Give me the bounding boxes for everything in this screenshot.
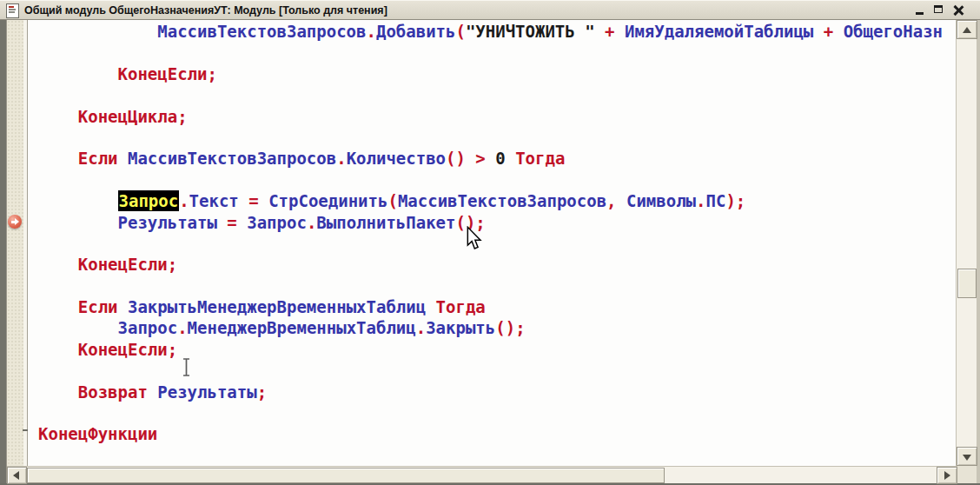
horizontal-scroll-thumb[interactable] xyxy=(27,468,665,483)
scrollbar-corner xyxy=(957,466,977,483)
code-line: КонецФункции xyxy=(38,423,956,444)
code-line xyxy=(38,402,956,423)
maximize-icon xyxy=(934,5,943,13)
arrow-left-icon xyxy=(13,471,19,480)
scroll-right-button[interactable] xyxy=(937,467,957,484)
arrow-up-icon xyxy=(963,27,971,33)
arrow-right-icon xyxy=(944,471,950,480)
code-line xyxy=(38,42,956,63)
highlighted-word: Запрос xyxy=(118,190,180,211)
scroll-left-button[interactable] xyxy=(7,467,27,484)
text-caret-icon xyxy=(181,357,192,377)
code-line xyxy=(38,360,956,381)
minimize-button[interactable] xyxy=(912,3,928,17)
code-line: КонецЦикла; xyxy=(38,106,956,127)
code-line: КонецЕсли; xyxy=(38,339,956,360)
vertical-scroll-thumb[interactable] xyxy=(957,269,977,298)
code-line: Запрос.МенеджерВременныхТаблиц.Закрыть()… xyxy=(38,317,956,338)
code-line: Если МассивТекстовЗапросов.Количество() … xyxy=(38,148,956,169)
module-document-icon xyxy=(6,3,19,18)
code-line: КонецЕсли; xyxy=(38,254,956,275)
window-title: Общий модуль ОбщегоНазначенияУТ: Модуль … xyxy=(24,4,387,17)
mouse-cursor-icon xyxy=(466,226,483,250)
code-line: КонецЕсли; xyxy=(38,63,956,84)
horizontal-scrollbar[interactable] xyxy=(7,466,957,483)
code-editor[interactable]: МассивТекстовЗапросов.Добавить("УНИЧТОЖИ… xyxy=(28,20,956,466)
arrow-down-icon xyxy=(963,455,971,461)
window-frame-left xyxy=(0,20,7,485)
titlebar[interactable]: Общий модуль ОбщегоНазначенияУТ: Модуль … xyxy=(0,0,980,20)
maximize-button[interactable] xyxy=(931,3,947,17)
code-line xyxy=(38,276,956,296)
code-line xyxy=(38,84,956,105)
code-line: Если ЗакрытьМенеджерВременныхТаблиц Тогд… xyxy=(38,296,956,317)
vertical-scrollbar[interactable] xyxy=(956,20,977,466)
code-line: МассивТекстовЗапросов.Добавить("УНИЧТОЖИ… xyxy=(38,21,956,42)
code-line: Запрос.Текст = СтрСоединить(МассивТексто… xyxy=(38,190,956,211)
scroll-up-button[interactable] xyxy=(957,20,977,39)
scroll-down-button[interactable] xyxy=(957,447,977,466)
code-line: Результаты = Запрос.ВыполнитьПакет(); xyxy=(38,212,956,233)
code-line xyxy=(38,127,956,148)
code-line xyxy=(38,169,956,190)
window-frame-right xyxy=(977,20,980,485)
close-button[interactable] xyxy=(950,3,966,17)
current-line-marker-icon xyxy=(8,215,22,229)
minimize-icon xyxy=(916,12,924,15)
close-icon xyxy=(953,5,963,16)
code-line xyxy=(38,233,956,254)
breakpoint-margin[interactable] xyxy=(7,20,23,466)
module-editor-window: Общий модуль ОбщегоНазначенияУТ: Модуль … xyxy=(0,0,980,485)
code-line: Возврат Результаты; xyxy=(38,382,956,402)
